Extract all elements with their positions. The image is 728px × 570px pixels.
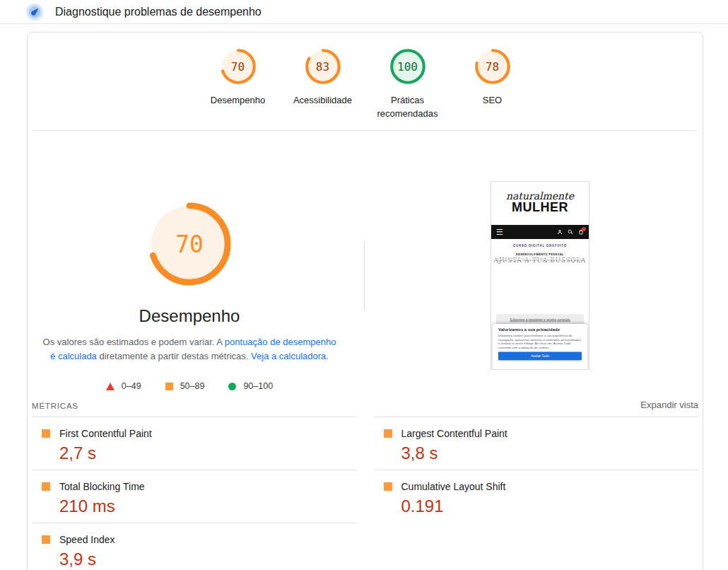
seo-score: 78	[474, 48, 511, 85]
metric-status-square-icon	[384, 429, 392, 438]
legend-range: 50–89	[180, 381, 205, 391]
metric-value: 3,8 s	[401, 443, 699, 463]
seo-gauge: 78	[474, 48, 511, 85]
see-calculator-link[interactable]: Veja a calculadora.	[251, 351, 329, 361]
cookie-consent-panel: Valorizamos a sua privacidade Utilizamos…	[493, 324, 587, 369]
metric-status-square-icon	[384, 482, 392, 491]
hero-spacer	[491, 291, 589, 314]
metrics-header: MÉTRICAS Expandir vista	[32, 397, 698, 417]
legend-item-fail: 0–49	[106, 381, 141, 391]
site-logo-script: naturalmente	[491, 191, 589, 201]
pass-circle-icon	[228, 383, 236, 390]
page-screenshot-thumbnail: naturalmente MULHER ☰	[491, 181, 589, 370]
best-practices-gauge: 100	[389, 48, 426, 85]
metric-status-square-icon	[42, 429, 50, 438]
site-navbar: ☰	[491, 225, 589, 239]
metrics-left-column: First Contentful Paint 2,7 s Total Block…	[32, 417, 357, 570]
score-legend: 0–49 50–89 90–100	[28, 381, 351, 391]
hero-banner: CURSO DIGITAL GRATUITO DESENVOLVIMENTO P…	[491, 239, 589, 291]
metric-first-contentful-paint: First Contentful Paint 2,7 s	[32, 417, 357, 470]
metric-value: 2,7 s	[59, 443, 357, 463]
category-label: Práticas recomendadas	[365, 93, 450, 120]
cart-badge	[582, 227, 586, 231]
pagespeed-insights-icon	[26, 4, 43, 21]
metric-status-square-icon	[42, 535, 50, 544]
metric-name: Largest Contentful Paint	[401, 428, 507, 439]
fail-triangle-icon	[106, 383, 115, 390]
metric-cumulative-layout-shift: Cumulative Layout Shift 0.191	[374, 470, 699, 523]
site-logo: naturalmente MULHER	[491, 182, 589, 225]
cookie-title: Valorizamos a sua privacidade	[498, 327, 582, 332]
search-icon	[568, 229, 573, 235]
metric-value: 210 ms	[59, 496, 357, 516]
site-logo-bold: MULHER	[491, 201, 589, 214]
legend-item-average: 50–89	[165, 381, 205, 391]
cookie-body: Utilizamos cookies para melhorar a sua e…	[498, 334, 582, 349]
performance-main-score: 70	[148, 202, 231, 286]
performance-score: 70	[220, 48, 257, 85]
metric-name: Speed Index	[59, 534, 115, 545]
category-best-practices[interactable]: 100 Práticas recomendadas	[365, 48, 450, 130]
metric-name: First Contentful Paint	[59, 428, 152, 439]
category-label: Desempenho	[211, 93, 265, 107]
menu-icon: ☰	[496, 228, 503, 235]
category-accessibility[interactable]: 83 Acessibilidade	[281, 48, 365, 130]
metric-value: 0.191	[401, 496, 699, 516]
page-title: Diagnostique problemas de desempenho	[55, 6, 262, 18]
performance-main-gauge: 70	[148, 202, 231, 286]
metrics-section: MÉTRICAS Expandir vista First Contentful…	[32, 397, 698, 570]
metric-speed-index: Speed Index 3,9 s	[32, 523, 357, 570]
performance-score-block: 70 Desempenho Os valores são estimados e…	[28, 131, 351, 391]
page-header: Diagnostique problemas de desempenho	[0, 0, 728, 24]
performance-title: Desempenho	[28, 306, 351, 326]
report-card: 70 Desempenho 83 Acessibilidade 100 Prát…	[27, 32, 703, 570]
metric-name: Total Blocking Time	[59, 481, 145, 492]
metric-total-blocking-time: Total Blocking Time 210 ms	[32, 470, 357, 523]
category-label: SEO	[483, 93, 502, 107]
performance-gauge: 70	[220, 48, 257, 85]
metric-value: 3,9 s	[59, 549, 357, 569]
performance-description: Os valores são estimados e podem variar.…	[40, 335, 339, 363]
category-summary: 70 Desempenho 83 Acessibilidade 100 Prát…	[28, 33, 703, 130]
metric-status-square-icon	[42, 482, 50, 491]
accessibility-score: 83	[305, 48, 341, 85]
metrics-section-label: MÉTRICAS	[32, 402, 78, 410]
performance-overview: 70 Desempenho Os valores são estimados e…	[28, 131, 703, 397]
account-icon	[557, 229, 563, 235]
accessibility-gauge: 83	[305, 48, 341, 85]
category-label: Acessibilidade	[293, 93, 352, 107]
description-text: Os valores são estimados e podem variar.…	[43, 337, 225, 347]
hero-eyebrow: CURSO DIGITAL GRATUITO	[491, 239, 589, 248]
legend-range: 0–49	[122, 381, 141, 391]
legend-range: 90–100	[243, 381, 273, 391]
legend-item-pass: 90–100	[228, 381, 273, 391]
category-seo[interactable]: 78 SEO	[450, 48, 535, 130]
category-performance[interactable]: 70 Desempenho	[196, 48, 281, 130]
metrics-right-column: Largest Contentful Paint 3,8 s Cumulativ…	[374, 417, 699, 523]
expand-view-button[interactable]: Expandir vista	[640, 400, 698, 410]
average-square-icon	[165, 383, 173, 390]
vertical-divider	[364, 241, 365, 310]
metric-name: Cumulative Layout Shift	[401, 481, 506, 492]
hero-title: Curso Digital Gratuito: "Ajusta a tua bú…	[491, 257, 589, 262]
accept-cookies-button: Aceitar Tudo	[498, 352, 582, 361]
best-practices-score: 100	[389, 48, 426, 85]
metric-largest-contentful-paint: Largest Contentful Paint 3,8 s	[374, 417, 699, 470]
description-text: diretamente a partir destas métricas.	[97, 351, 251, 361]
cart-icon	[578, 229, 584, 235]
